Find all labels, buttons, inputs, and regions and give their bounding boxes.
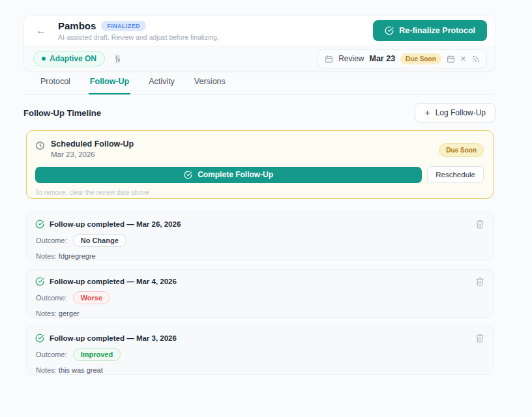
notes-label: Notes:: [36, 309, 57, 317]
notes-label: Notes:: [36, 252, 57, 260]
notes-value: this was great: [59, 366, 103, 374]
refinalize-protocol-button[interactable]: Re-finalize Protocol: [373, 20, 487, 41]
follow-up-entry-card: Follow-up completed — Mar 4, 2026 Outcom…: [26, 269, 494, 318]
clear-date-icon[interactable]: ✕: [460, 55, 466, 63]
entry-title: Follow-up completed — Mar 4, 2026: [50, 278, 475, 285]
trash-icon[interactable]: [475, 220, 484, 229]
outcome-badge: Improved: [73, 348, 121, 361]
notes-value: fdgregregre: [59, 252, 96, 260]
entry-notes: Notes: gerger: [36, 309, 484, 317]
calendar-picker-icon[interactable]: [447, 55, 455, 63]
entry-notes: Notes: fdgregregre: [36, 252, 484, 260]
check-circle-icon: [184, 171, 192, 179]
refinalize-button-label: Re-finalize Protocol: [399, 26, 475, 35]
outcome-label: Outcome:: [36, 294, 67, 302]
back-button[interactable]: ←: [33, 25, 49, 36]
header-bottom-row: Adaptive ON Review Mar 23 Due Soon ✕: [24, 46, 495, 71]
protocol-header-card: ← Pambos FINALIZED AI-assisted draft. Re…: [23, 15, 495, 72]
review-date-box: Review Mar 23 Due Soon ✕: [318, 50, 487, 68]
check-circle-icon: [35, 220, 44, 229]
tab-protocol[interactable]: Protocol: [39, 70, 72, 94]
tab-bar: Protocol Follow-Up Activity Versions: [23, 70, 495, 94]
follow-up-entry-card: Follow-up completed — Mar 3, 2026 Outcom…: [26, 326, 494, 375]
entry-title: Follow-up completed — Mar 26, 2026: [50, 220, 475, 228]
check-circle-icon: [35, 277, 44, 286]
outcome-badge: Worse: [73, 291, 110, 304]
entry-notes: Notes: this was great: [36, 366, 484, 374]
tab-activity[interactable]: Activity: [147, 70, 176, 94]
complete-follow-up-button[interactable]: Complete Follow-Up: [35, 167, 422, 183]
settings-sliders-icon[interactable]: [113, 54, 123, 64]
section-title: Follow-Up Timeline: [23, 108, 101, 118]
header-top-row: ← Pambos FINALIZED AI-assisted draft. Re…: [24, 16, 495, 46]
trash-icon[interactable]: [475, 334, 484, 343]
page-subtitle: AI-assisted draft. Review and adjust bef…: [58, 33, 373, 41]
title-block: Pambos FINALIZED AI-assisted draft. Revi…: [58, 20, 373, 41]
log-follow-up-button[interactable]: + Log Follow-Up: [415, 103, 495, 122]
follow-up-entry-card: Follow-up completed — Mar 26, 2026 Outco…: [26, 212, 494, 261]
log-button-label: Log Follow-Up: [436, 108, 486, 117]
check-circle-icon: [385, 26, 394, 35]
scheduled-helper-note: To remove, clear the review date above: [35, 189, 484, 196]
adaptive-status-dot: [42, 57, 46, 61]
notes-value: gerger: [59, 309, 80, 317]
adaptive-toggle-pill[interactable]: Adaptive ON: [33, 51, 105, 66]
page-title: Pambos: [58, 20, 96, 31]
scheduled-follow-up-card: Scheduled Follow-Up Mar 23, 2026 Due Soo…: [26, 130, 494, 199]
scheduled-date: Mar 23, 2026: [51, 151, 439, 158]
tab-versions[interactable]: Versions: [193, 70, 227, 94]
tab-follow-up[interactable]: Follow-Up: [89, 70, 130, 94]
calendar-icon: [325, 55, 333, 63]
outcome-label: Outcome:: [36, 237, 67, 244]
scheduled-title: Scheduled Follow-Up: [51, 139, 439, 149]
status-badge: FINALIZED: [101, 21, 146, 31]
adaptive-pill-label: Adaptive ON: [50, 54, 96, 63]
reschedule-button[interactable]: Reschedule: [427, 166, 484, 183]
scheduled-due-soon-badge: Due Soon: [439, 143, 484, 157]
check-circle-icon: [35, 334, 44, 343]
complete-button-label: Complete Follow-Up: [198, 170, 273, 179]
plus-icon: +: [424, 108, 430, 117]
trash-icon[interactable]: [475, 277, 484, 286]
due-soon-badge: Due Soon: [400, 53, 441, 65]
timeline-section-header: Follow-Up Timeline + Log Follow-Up: [23, 103, 495, 122]
reminder-rss-icon[interactable]: [471, 55, 480, 63]
outcome-badge: No Change: [73, 234, 126, 247]
clock-icon: [35, 141, 45, 151]
review-date-value[interactable]: Mar 23: [370, 54, 396, 63]
review-label: Review: [338, 54, 364, 63]
outcome-label: Outcome:: [36, 351, 67, 358]
entry-title: Follow-up completed — Mar 3, 2026: [50, 334, 475, 342]
notes-label: Notes:: [36, 366, 57, 374]
